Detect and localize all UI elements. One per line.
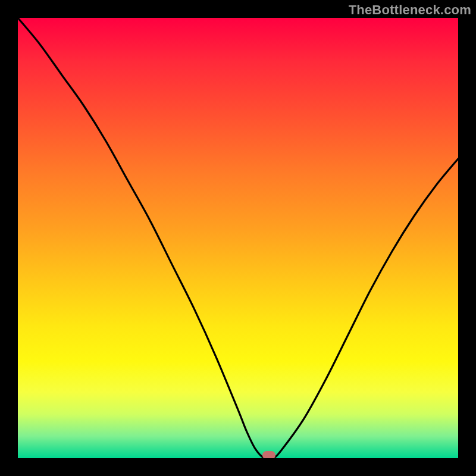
bottleneck-curve <box>18 18 458 458</box>
chart-frame: TheBottleneck.com <box>0 0 476 476</box>
watermark-text: TheBottleneck.com <box>349 2 471 18</box>
optimal-point-marker <box>262 451 275 458</box>
plot-area <box>18 18 458 458</box>
